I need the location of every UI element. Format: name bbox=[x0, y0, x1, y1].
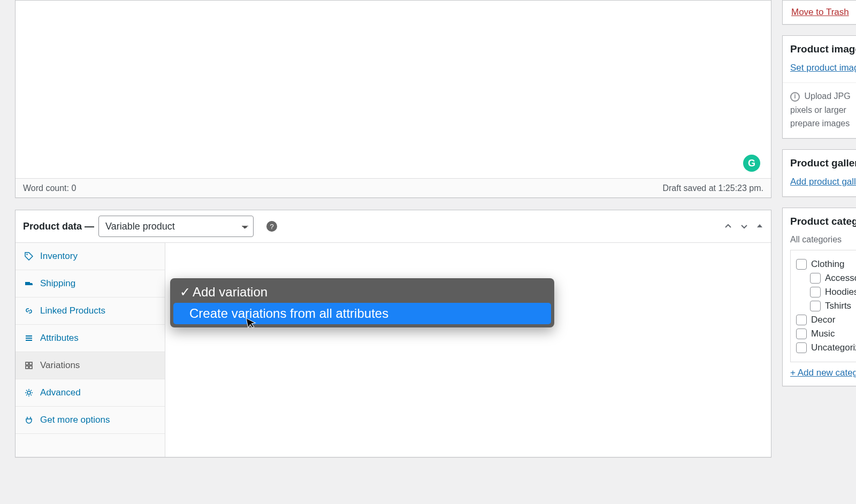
tab-variations[interactable]: Variations bbox=[16, 352, 165, 379]
editor-footer: Word count: 0 Draft saved at 1:25:23 pm. bbox=[16, 178, 771, 197]
tab-label: Shipping bbox=[40, 278, 75, 289]
tab-linked-products[interactable]: Linked Products bbox=[16, 297, 165, 325]
box-title: Product image bbox=[783, 36, 856, 60]
svg-rect-7 bbox=[26, 366, 28, 369]
tab-shipping[interactable]: Shipping bbox=[16, 270, 165, 297]
gear-icon bbox=[24, 388, 34, 398]
truck-icon bbox=[24, 279, 34, 288]
hint-text: prepare images bbox=[790, 119, 850, 128]
variations-panel bbox=[165, 243, 771, 457]
word-count: Word count: 0 bbox=[23, 184, 76, 193]
plug-icon bbox=[24, 415, 34, 425]
dropdown-option-create-from-attributes[interactable]: Create variations from all attributes bbox=[173, 303, 551, 324]
product-data-title: Product data — bbox=[23, 221, 94, 232]
tab-label: Attributes bbox=[40, 333, 79, 343]
tab-label: Get more options bbox=[40, 415, 110, 425]
panel-down-icon[interactable] bbox=[740, 222, 748, 231]
link-icon bbox=[24, 306, 34, 316]
svg-rect-3 bbox=[26, 338, 32, 339]
product-data-panel: Product data — Variable product ? bbox=[15, 210, 771, 457]
category-checklist: Clothing Accessories Hoodies Tshirts Dec… bbox=[790, 250, 856, 362]
svg-point-9 bbox=[27, 391, 30, 394]
panel-up-icon[interactable] bbox=[724, 222, 732, 231]
svg-rect-5 bbox=[26, 362, 28, 365]
tab-label: Advanced bbox=[40, 387, 81, 398]
category-checkbox[interactable] bbox=[810, 273, 821, 284]
panel-toggle-icon[interactable] bbox=[756, 222, 763, 231]
svg-rect-8 bbox=[29, 366, 32, 369]
category-checkbox[interactable] bbox=[810, 301, 821, 311]
svg-rect-2 bbox=[26, 335, 32, 337]
hint-text: pixels or larger bbox=[790, 105, 846, 114]
tab-inventory[interactable]: Inventory bbox=[16, 243, 165, 270]
content-editor[interactable]: G Word count: 0 Draft saved at 1:25:23 p… bbox=[15, 0, 771, 198]
category-item-music[interactable]: Music bbox=[796, 329, 856, 339]
box-title: Product categories bbox=[783, 208, 856, 233]
all-categories-tab[interactable]: All categories bbox=[790, 235, 842, 244]
svg-rect-6 bbox=[29, 362, 32, 365]
category-item-hoodies[interactable]: Hoodies bbox=[810, 287, 856, 297]
tab-label: Variations bbox=[40, 360, 80, 371]
grammarly-icon[interactable]: G bbox=[743, 155, 760, 172]
set-product-image-link[interactable]: Set product image bbox=[790, 63, 856, 73]
tab-get-more-options[interactable]: Get more options bbox=[16, 407, 165, 434]
svg-rect-1 bbox=[25, 282, 30, 285]
tab-attributes[interactable]: Attributes bbox=[16, 325, 165, 352]
hint-text: Upload JPG bbox=[804, 91, 850, 101]
category-item-uncategorized[interactable]: Uncategorized bbox=[796, 342, 856, 353]
category-item-tshirts[interactable]: Tshirts bbox=[810, 301, 856, 311]
category-checkbox[interactable] bbox=[810, 287, 821, 297]
info-icon: i bbox=[790, 92, 800, 102]
svg-rect-4 bbox=[26, 340, 32, 341]
category-checkbox[interactable] bbox=[796, 329, 807, 339]
tab-label: Inventory bbox=[40, 251, 78, 262]
product-data-tabs: Inventory Shipping Linked Products bbox=[16, 243, 165, 457]
product-gallery-box: Product gallery Add product gallery bbox=[782, 149, 856, 197]
product-type-select[interactable]: Variable product bbox=[98, 216, 254, 237]
category-checkbox[interactable] bbox=[796, 259, 807, 270]
list-icon bbox=[24, 333, 34, 343]
box-title: Product gallery bbox=[783, 150, 856, 174]
tab-advanced[interactable]: Advanced bbox=[16, 379, 165, 407]
grid-icon bbox=[24, 361, 34, 370]
dropdown-option-add-variation[interactable]: ✓ Add variation bbox=[173, 281, 551, 303]
add-new-category-link[interactable]: + Add new category bbox=[783, 368, 856, 386]
category-item-accessories[interactable]: Accessories bbox=[810, 273, 856, 284]
svg-point-0 bbox=[26, 254, 27, 255]
product-data-header: Product data — Variable product ? bbox=[16, 210, 771, 243]
product-image-box: Product image Set product image i Upload… bbox=[782, 35, 856, 139]
option-label: Create variations from all attributes bbox=[189, 306, 388, 321]
add-gallery-link[interactable]: Add product gallery bbox=[790, 177, 856, 187]
product-categories-box: Product categories All categories Clothi… bbox=[782, 208, 856, 386]
category-item-decor[interactable]: Decor bbox=[796, 315, 856, 325]
tag-icon bbox=[24, 251, 34, 261]
category-item-clothing[interactable]: Clothing bbox=[796, 259, 856, 270]
variations-action-dropdown[interactable]: ✓ Add variation Create variations from a… bbox=[170, 278, 554, 327]
category-checkbox[interactable] bbox=[796, 315, 807, 325]
category-checkbox[interactable] bbox=[796, 342, 807, 353]
tab-label: Linked Products bbox=[40, 306, 105, 316]
option-label: Add variation bbox=[193, 285, 268, 300]
move-to-trash-link[interactable]: Move to Trash bbox=[791, 7, 849, 17]
draft-saved-status: Draft saved at 1:25:23 pm. bbox=[662, 184, 763, 193]
publish-box: Move to Trash bbox=[782, 0, 856, 25]
help-icon[interactable]: ? bbox=[266, 221, 277, 232]
check-icon: ✓ bbox=[180, 285, 189, 300]
